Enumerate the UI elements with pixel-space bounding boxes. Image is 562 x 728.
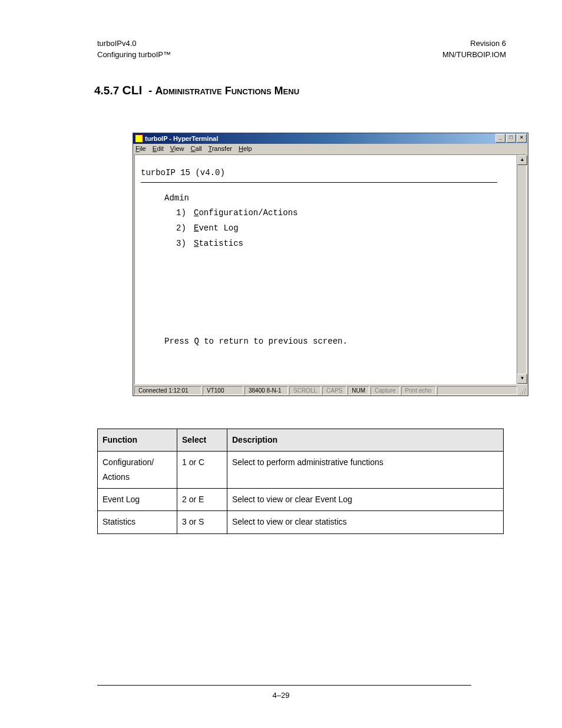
menu-call[interactable]: Call (191, 145, 202, 152)
th-function: Function (98, 429, 177, 451)
hdr-left-2: Configuring turboIP™ (97, 50, 171, 59)
cell-select: 2 or E (177, 489, 227, 511)
menubar: File Edit View Call Transfer Help (133, 144, 528, 153)
terminal-area[interactable]: turboIP 15 (v4.0) Admin 1)Configuration/… (135, 155, 517, 384)
statusbar: Connected 1:12:01 VT100 38400 8-N-1 SCRO… (133, 386, 528, 396)
status-connected: Connected 1:12:01 (134, 386, 201, 395)
maximize-button[interactable]: □ (506, 134, 516, 143)
status-filler (437, 386, 517, 395)
resize-grip[interactable] (518, 386, 527, 395)
menu-transfer[interactable]: Transfer (208, 145, 232, 152)
scrollbar[interactable]: ▲ ▼ (517, 155, 526, 384)
close-button[interactable]: × (517, 134, 527, 143)
status-printecho: Print echo (401, 386, 436, 395)
footer-rule (97, 685, 471, 686)
page-header: turboIPv4.0 Configuring turboIP™ Revisio… (56, 38, 506, 61)
hyperterminal-window: turboIP - HyperTerminal _ □ × File Edit … (133, 133, 528, 396)
terminal-title: turboIP 15 (v4.0) (141, 166, 497, 183)
section-cli: CLI (123, 83, 143, 97)
status-num: NUM (348, 386, 369, 395)
function-table: Function Select Description Configuratio… (97, 429, 504, 534)
cell-desc: Select to perform administrative functio… (227, 451, 504, 488)
titlebar[interactable]: turboIP - HyperTerminal _ □ × (133, 133, 528, 144)
hdr-right-1: Revision 6 (470, 39, 506, 48)
hdr-right-2: MN/TURBOIP.IOM (442, 50, 506, 59)
cell-func: Statistics (98, 511, 177, 533)
menu-item-3: 3)Statistics (141, 236, 511, 252)
terminal-heading: Admin (141, 191, 511, 206)
cell-func: Configuration/ Actions (98, 451, 177, 488)
status-emulation: VT100 (203, 386, 243, 395)
table-row: Event Log 2 or E Select to view or clear… (98, 489, 504, 511)
menu-view[interactable]: View (170, 145, 184, 152)
window-title: turboIP - HyperTerminal (145, 135, 218, 142)
status-scroll: SCROLL (289, 386, 321, 395)
hdr-left-1: turboIPv4.0 (97, 39, 137, 48)
th-description: Description (227, 429, 504, 451)
cell-select: 1 or C (177, 451, 227, 488)
page-number: 4–29 (0, 691, 562, 700)
app-icon (135, 134, 143, 143)
section-rest: Administrative Functions Menu (156, 85, 299, 97)
menu-item-1: 1)Configuration/Actions (141, 206, 511, 221)
menu-edit[interactable]: Edit (153, 145, 164, 152)
status-conn: 38400 8-N-1 (244, 386, 288, 395)
scroll-up-button[interactable]: ▲ (517, 155, 527, 165)
section-title: 4.5.7 CLI - Administrative Functions Men… (56, 83, 506, 97)
table-row: Statistics 3 or S Select to view or clea… (98, 511, 504, 533)
minimize-button[interactable]: _ (495, 134, 505, 143)
status-caps: CAPS (322, 386, 346, 395)
menu-item-2: 2)Event Log (141, 221, 511, 236)
cell-desc: Select to view or clear statistics (227, 511, 504, 533)
table-row: Configuration/ Actions 1 or C Select to … (98, 451, 504, 488)
section-dash: - (148, 84, 152, 97)
menu-file[interactable]: File (135, 145, 146, 152)
cell-select: 3 or S (177, 511, 227, 533)
th-select: Select (177, 429, 227, 451)
cell-func: Event Log (98, 489, 177, 511)
cell-desc: Select to view or clear Event Log (227, 489, 504, 511)
status-capture: Capture (371, 386, 400, 395)
terminal-footer: Press Q to return to previous screen. (141, 334, 511, 350)
scroll-down-button[interactable]: ▼ (517, 374, 527, 384)
section-number: 4.5.7 (94, 84, 119, 97)
menu-help[interactable]: Help (239, 145, 252, 152)
